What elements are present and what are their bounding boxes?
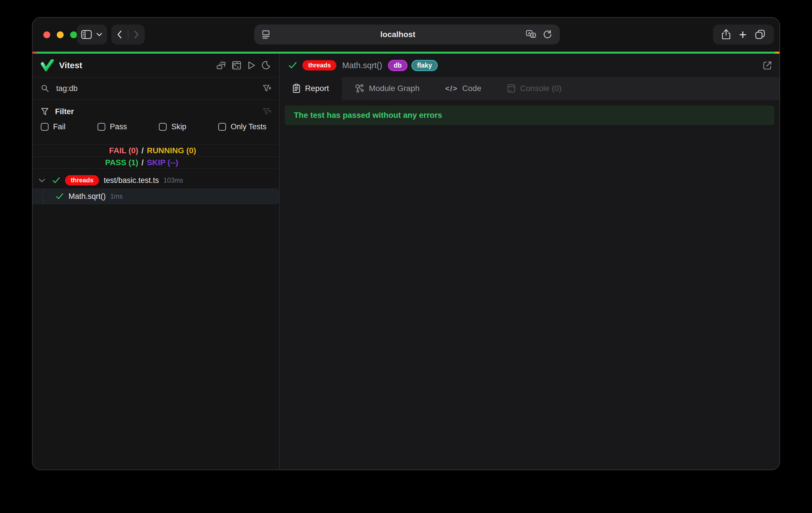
dark-mode-toggle[interactable] xyxy=(261,61,270,70)
translate-button[interactable]: A 文 xyxy=(526,30,537,39)
browser-window: localhost A 文 xyxy=(32,17,780,470)
search-input[interactable] xyxy=(56,84,262,93)
chevron-down-icon xyxy=(96,32,103,37)
address-bar[interactable]: localhost A 文 xyxy=(254,25,560,45)
report-content: The test has passed without any errors xyxy=(280,100,780,469)
dashboard-icon xyxy=(232,61,241,70)
sidebar-menu-button[interactable] xyxy=(96,32,103,37)
tab-overview-button[interactable] xyxy=(755,29,765,40)
filter-checkbox-skip[interactable]: Skip xyxy=(159,122,186,131)
minimize-button[interactable] xyxy=(57,31,64,38)
close-button[interactable] xyxy=(44,31,50,38)
tabs-icon xyxy=(755,29,765,40)
filter-title: Filter xyxy=(55,107,74,116)
separator: / xyxy=(138,146,147,155)
reload-button[interactable] xyxy=(543,30,552,39)
tab-module-graph[interactable]: Module Graph xyxy=(342,77,432,100)
traffic-lights xyxy=(44,18,77,52)
indent-guide xyxy=(43,188,44,204)
progress-fail-segment xyxy=(32,52,36,54)
pool-badge: threads xyxy=(302,60,337,70)
test-case-name: Math.sqrt() xyxy=(68,192,106,201)
tab-report[interactable]: Report xyxy=(280,77,342,100)
window-actions-group: + xyxy=(713,25,774,45)
chevron-down-icon[interactable] xyxy=(38,178,46,183)
play-icon xyxy=(247,61,256,70)
zoom-button[interactable] xyxy=(70,31,77,38)
filter-checkbox-pass[interactable]: Pass xyxy=(97,122,127,131)
run-all-button[interactable] xyxy=(247,61,256,70)
detail-tabs: Report Module Graph xyxy=(280,77,780,100)
sidebar-header: Vitest xyxy=(32,54,279,77)
new-tab-button[interactable]: + xyxy=(739,28,747,41)
separator: / xyxy=(138,158,147,167)
browser-toolbar: localhost A 文 xyxy=(32,18,780,52)
sidebar-toggle-group xyxy=(77,25,107,45)
tab-code[interactable]: </> Code xyxy=(432,77,494,100)
console-icon xyxy=(507,84,516,93)
external-link-icon xyxy=(762,60,773,70)
test-tree: threads test/basic.test.ts 103ms Math.sq… xyxy=(32,172,279,469)
code-icon: </> xyxy=(445,84,458,93)
svg-text:文: 文 xyxy=(531,34,535,37)
test-explorer-panel: Vitest xyxy=(32,54,280,469)
toggle-sidebar-button[interactable] xyxy=(81,30,92,39)
vitest-logo xyxy=(41,59,54,71)
checkbox-label: Only Tests xyxy=(231,122,266,131)
tag-badge-db: db xyxy=(388,60,407,71)
checkbox-icon xyxy=(159,123,167,131)
test-detail-panel: threads Math.sqrt() db flaky xyxy=(280,54,780,469)
pass-check-icon xyxy=(55,193,64,200)
collapse-icon xyxy=(216,61,226,70)
checkbox-label: Fail xyxy=(53,122,66,131)
skip-count: SKIP (--) xyxy=(147,158,279,167)
test-file-name: test/basic.test.ts xyxy=(104,176,159,185)
chevron-right-icon xyxy=(134,30,139,39)
clear-search-button[interactable] xyxy=(262,84,271,93)
test-title: Math.sqrt() xyxy=(342,61,382,70)
test-progress-strip xyxy=(32,52,780,54)
summary-row-pass-skip: PASS (1) / SKIP (--) xyxy=(32,157,279,169)
filter-icon xyxy=(41,107,49,116)
tab-console[interactable]: Console (0) xyxy=(494,77,574,100)
pass-check-icon xyxy=(288,61,297,69)
nav-button-group xyxy=(111,25,145,45)
pass-check-icon xyxy=(52,177,60,184)
fail-count: FAIL (0) xyxy=(32,146,138,155)
running-count: RUNNING (0) xyxy=(147,146,279,155)
reader-mode-button[interactable] xyxy=(262,30,270,39)
clear-filter-button[interactable] xyxy=(262,107,271,116)
search-icon xyxy=(41,84,49,93)
forward-button[interactable] xyxy=(134,30,139,39)
filter-checkbox-row: Fail Pass Skip Only Tests xyxy=(32,119,279,135)
tab-label: Module Graph xyxy=(369,84,419,93)
plus-icon: + xyxy=(739,28,747,41)
tab-label: Console (0) xyxy=(520,84,561,93)
translate-icon: A 文 xyxy=(526,30,537,39)
tab-label: Report xyxy=(305,84,329,93)
url-text[interactable]: localhost xyxy=(270,30,526,39)
search-row xyxy=(32,77,279,100)
test-case-row[interactable]: Math.sqrt() 1ms xyxy=(32,188,279,204)
checkbox-label: Pass xyxy=(110,122,127,131)
share-button[interactable] xyxy=(722,29,731,40)
test-duration: 103ms xyxy=(164,177,183,184)
dashboard-button[interactable] xyxy=(232,61,241,70)
progress-skip-segment xyxy=(775,52,780,54)
open-in-editor-button[interactable] xyxy=(762,60,773,70)
share-icon xyxy=(722,29,731,40)
filter-checkbox-fail[interactable]: Fail xyxy=(41,122,66,131)
sidebar-icon xyxy=(81,30,92,39)
filter-checkbox-only-tests[interactable]: Only Tests xyxy=(218,122,266,131)
back-button[interactable] xyxy=(117,30,122,39)
test-file-row[interactable]: threads test/basic.test.ts 103ms xyxy=(32,172,279,188)
tab-label: Code xyxy=(462,84,481,93)
tag-badge-flaky: flaky xyxy=(411,60,438,71)
module-graph-icon xyxy=(355,84,364,93)
summary-row-fail-running: FAIL (0) / RUNNING (0) xyxy=(32,145,279,157)
app-main: Vitest xyxy=(32,54,780,469)
pass-banner-text: The test has passed without any errors xyxy=(294,111,442,120)
filter-header-row: Filter xyxy=(32,105,279,119)
collapse-tests-button[interactable] xyxy=(216,61,226,70)
checkbox-label: Skip xyxy=(171,122,186,131)
